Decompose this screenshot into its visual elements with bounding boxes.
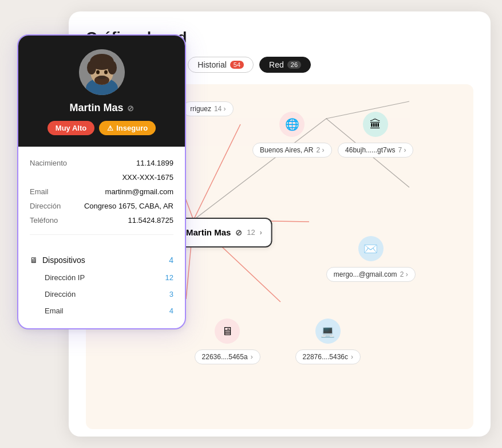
red-badge: 26 (287, 61, 301, 69)
block-icon: ⊘ (127, 104, 134, 113)
profile-header: Martin Mas ⊘ Muy Alto ⚠ Inseguro (18, 36, 185, 147)
info-direccion: Dirección Congreso 1675, CABA, AR (30, 199, 173, 213)
sub-email[interactable]: Email 4 (30, 302, 173, 319)
device-br-icon: 💻 (315, 319, 341, 344)
info-phone: XXX-XXX-1675 (30, 170, 173, 184)
node-email[interactable]: ✉️ mergo...@gmail.com 2 › (326, 236, 416, 282)
device-icon: 🖥 (30, 256, 38, 265)
profile-badges: Muy Alto ⚠ Inseguro (48, 121, 156, 135)
device-bl-label: 22636....5465a (202, 353, 248, 361)
svg-line-1 (193, 124, 240, 220)
status-badge: ⚠ Inseguro (99, 121, 156, 135)
bank-label: 46bujh......gt7ws (345, 146, 395, 154)
node-bank[interactable]: 🏛 46bujh......gt7ws 7 › (338, 112, 413, 158)
info-email: Email martinm@gmail.com (30, 184, 173, 199)
rodriguez-label: rriguez (190, 105, 211, 113)
profile-body: Nacimiento 11.14.1899 XXX-XXX-1675 Email… (18, 147, 185, 251)
tab-red[interactable]: Red 26 (259, 57, 311, 73)
central-count: 12 (247, 228, 255, 237)
profile-card: Martin Mas ⊘ Muy Alto ⚠ Inseguro Nacimie… (17, 34, 186, 329)
sub-direccion[interactable]: Dirección 3 (30, 286, 173, 302)
devices-row[interactable]: 🖥 Dispositivos 4 (30, 251, 173, 269)
node-device-bl[interactable]: 🖥 22636....5465a › (195, 319, 260, 364)
svg-point-16 (90, 56, 102, 65)
globe-label: Buenos Aires, AR (260, 146, 313, 154)
svg-point-17 (102, 56, 113, 65)
device-bl-icon: 🖥 (215, 319, 240, 344)
info-nacimiento: Nacimiento 11.14.1899 (30, 156, 173, 170)
central-block-icon: ⊘ (235, 228, 242, 237)
central-name: Martin Mas (186, 227, 231, 237)
device-br-label: 22876....5436c (303, 353, 348, 361)
bank-icon: 🏛 (363, 112, 388, 137)
node-rodriguez[interactable]: rriguez 14 › (183, 101, 233, 116)
globe-icon: 🌐 (279, 112, 305, 137)
svg-point-18 (96, 70, 100, 74)
info-telefono: Teléfono 11.5424.8725 (30, 213, 173, 227)
node-device-br[interactable]: 💻 22876....5436c › (295, 319, 361, 364)
profile-avatar (79, 49, 125, 95)
tab-historial-2[interactable]: Historial 54 (188, 57, 254, 73)
historial-badge: 54 (230, 61, 244, 69)
node-globe[interactable]: 🌐 Buenos Aires, AR 2 › (252, 112, 331, 158)
risk-badge: Muy Alto (48, 121, 94, 135)
email-icon: ✉️ (358, 236, 384, 261)
divider (30, 234, 173, 235)
sub-direccion-ip[interactable]: Dirección IP 12 (30, 269, 173, 286)
svg-point-19 (104, 70, 108, 74)
svg-point-21 (97, 76, 106, 79)
warn-icon: ⚠ (107, 124, 113, 132)
email-label: mergo...@gmail.com (334, 270, 397, 278)
profile-name: Martin Mas ⊘ (69, 102, 133, 114)
device-section: 🖥 Dispositivos 4 Dirección IP 12 Direcci… (18, 251, 185, 328)
avatar-svg (79, 49, 125, 95)
